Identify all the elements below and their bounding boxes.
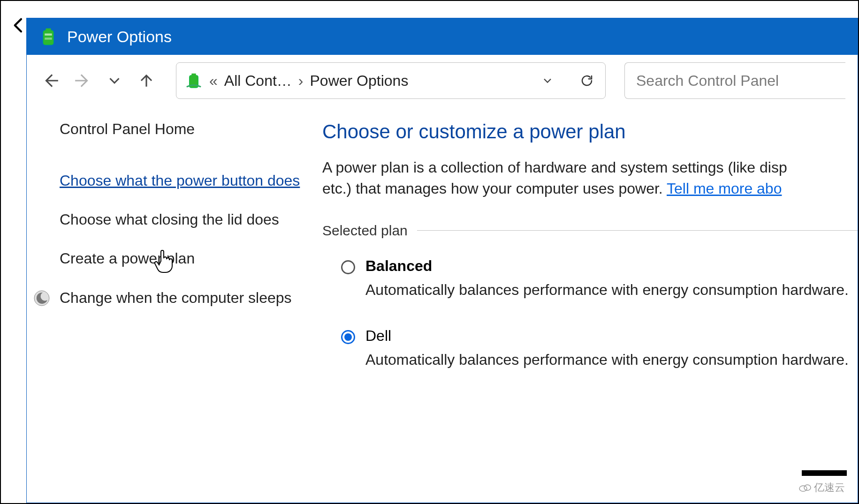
plan-balanced[interactable]: Balanced Automatically balances performa…	[322, 257, 858, 301]
svg-rect-5	[191, 74, 196, 76]
section-label: Selected plan	[322, 223, 408, 239]
control-panel-window: Power Options « All Cont… › Power Option…	[26, 18, 858, 503]
breadcrumb-separator: ›	[298, 72, 304, 90]
svg-rect-2	[45, 33, 52, 35]
titlebar: Power Options	[27, 18, 858, 55]
svg-rect-3	[45, 38, 52, 39]
control-panel-home-link[interactable]: Control Panel Home	[60, 120, 304, 138]
nav-up-button[interactable]	[135, 69, 158, 92]
breadcrumb-item-all[interactable]: All Cont…	[224, 72, 292, 90]
nav-recent-dropdown[interactable]	[103, 69, 126, 92]
sidebar-link-create-plan[interactable]: Create a power plan	[60, 248, 304, 269]
selected-plan-section: Selected plan	[322, 223, 858, 239]
battery-icon	[185, 72, 203, 90]
search-placeholder: Search Control Panel	[636, 72, 779, 90]
plan-description: Automatically balances performance with …	[365, 279, 858, 301]
breadcrumb-item-power-options[interactable]: Power Options	[310, 72, 409, 90]
sidebar-link-power-button[interactable]: Choose what the power button does	[60, 171, 304, 191]
outer-back-arrow	[9, 16, 28, 37]
plan-name: Balanced	[365, 257, 858, 275]
radio-balanced[interactable]	[341, 260, 355, 274]
sidebar-link-closing-lid[interactable]: Choose what closing the lid does	[60, 210, 304, 230]
svg-rect-0	[43, 30, 53, 45]
svg-rect-1	[46, 28, 51, 31]
plan-dell[interactable]: Dell Automatically balances performance …	[322, 327, 858, 370]
refresh-button[interactable]	[577, 71, 597, 90]
svg-point-8	[804, 485, 811, 490]
content-area: Control Panel Home Choose what the power…	[27, 106, 858, 398]
main-panel: Choose or customize a power plan A power…	[322, 120, 858, 398]
breadcrumb-prefix: «	[209, 72, 218, 90]
address-dropdown[interactable]	[538, 71, 557, 90]
svg-point-7	[799, 486, 807, 491]
sidebar: Control Panel Home Choose what the power…	[60, 120, 322, 398]
address-bar[interactable]: « All Cont… › Power Options	[176, 62, 606, 99]
search-input[interactable]: Search Control Panel	[624, 62, 845, 99]
watermark: 亿速云	[799, 481, 845, 495]
plan-name: Dell	[365, 327, 858, 345]
battery-icon	[38, 26, 59, 47]
page-heading: Choose or customize a power plan	[322, 120, 858, 143]
page-description: A power plan is a collection of hardware…	[322, 157, 858, 199]
nav-back-button[interactable]	[39, 69, 62, 92]
sidebar-link-computer-sleeps[interactable]: Change when the computer sleeps	[60, 288, 304, 308]
section-divider	[417, 230, 858, 231]
watermark-bar	[802, 470, 847, 476]
moon-icon	[33, 290, 50, 307]
plan-description: Automatically balances performance with …	[365, 349, 858, 370]
nav-toolbar: « All Cont… › Power Options Search Contr…	[27, 55, 858, 106]
radio-dell[interactable]	[341, 330, 355, 344]
nav-forward-button[interactable]	[71, 69, 94, 92]
window-title: Power Options	[67, 28, 172, 46]
tell-me-more-link[interactable]: Tell me more abo	[667, 180, 782, 197]
